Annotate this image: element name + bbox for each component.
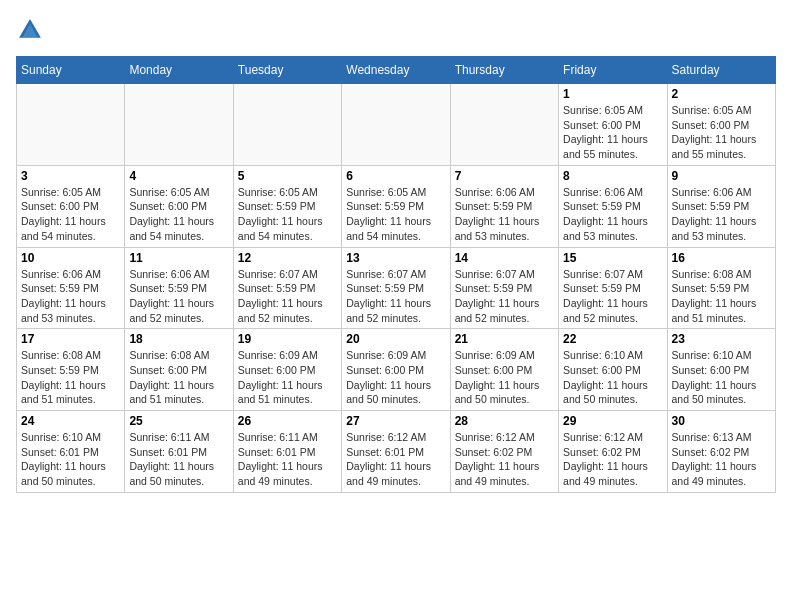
- calendar-cell: [17, 84, 125, 166]
- calendar-cell: 5Sunrise: 6:05 AM Sunset: 5:59 PM Daylig…: [233, 165, 341, 247]
- day-number: 24: [21, 414, 120, 428]
- calendar-cell: 2Sunrise: 6:05 AM Sunset: 6:00 PM Daylig…: [667, 84, 775, 166]
- logo-icon: [16, 16, 44, 44]
- calendar-cell: 6Sunrise: 6:05 AM Sunset: 5:59 PM Daylig…: [342, 165, 450, 247]
- calendar-cell: 8Sunrise: 6:06 AM Sunset: 5:59 PM Daylig…: [559, 165, 667, 247]
- weekday-header: Monday: [125, 57, 233, 84]
- weekday-header: Thursday: [450, 57, 558, 84]
- day-info: Sunrise: 6:08 AM Sunset: 5:59 PM Dayligh…: [21, 348, 120, 407]
- calendar-cell: 10Sunrise: 6:06 AM Sunset: 5:59 PM Dayli…: [17, 247, 125, 329]
- calendar-cell: 15Sunrise: 6:07 AM Sunset: 5:59 PM Dayli…: [559, 247, 667, 329]
- calendar-cell: 23Sunrise: 6:10 AM Sunset: 6:00 PM Dayli…: [667, 329, 775, 411]
- day-info: Sunrise: 6:05 AM Sunset: 5:59 PM Dayligh…: [346, 185, 445, 244]
- day-info: Sunrise: 6:12 AM Sunset: 6:02 PM Dayligh…: [455, 430, 554, 489]
- logo: [16, 16, 48, 44]
- day-number: 9: [672, 169, 771, 183]
- day-number: 7: [455, 169, 554, 183]
- day-info: Sunrise: 6:09 AM Sunset: 6:00 PM Dayligh…: [238, 348, 337, 407]
- weekday-header: Tuesday: [233, 57, 341, 84]
- day-info: Sunrise: 6:09 AM Sunset: 6:00 PM Dayligh…: [455, 348, 554, 407]
- calendar-cell: [233, 84, 341, 166]
- day-number: 10: [21, 251, 120, 265]
- calendar-cell: 7Sunrise: 6:06 AM Sunset: 5:59 PM Daylig…: [450, 165, 558, 247]
- day-info: Sunrise: 6:10 AM Sunset: 6:00 PM Dayligh…: [563, 348, 662, 407]
- calendar-cell: 28Sunrise: 6:12 AM Sunset: 6:02 PM Dayli…: [450, 411, 558, 493]
- calendar-cell: 19Sunrise: 6:09 AM Sunset: 6:00 PM Dayli…: [233, 329, 341, 411]
- day-number: 8: [563, 169, 662, 183]
- day-number: 21: [455, 332, 554, 346]
- day-info: Sunrise: 6:09 AM Sunset: 6:00 PM Dayligh…: [346, 348, 445, 407]
- day-number: 20: [346, 332, 445, 346]
- day-number: 17: [21, 332, 120, 346]
- day-info: Sunrise: 6:08 AM Sunset: 6:00 PM Dayligh…: [129, 348, 228, 407]
- calendar-cell: 20Sunrise: 6:09 AM Sunset: 6:00 PM Dayli…: [342, 329, 450, 411]
- calendar-cell: 17Sunrise: 6:08 AM Sunset: 5:59 PM Dayli…: [17, 329, 125, 411]
- calendar-week-row: 3Sunrise: 6:05 AM Sunset: 6:00 PM Daylig…: [17, 165, 776, 247]
- day-number: 6: [346, 169, 445, 183]
- weekday-header: Saturday: [667, 57, 775, 84]
- day-number: 18: [129, 332, 228, 346]
- day-number: 12: [238, 251, 337, 265]
- day-info: Sunrise: 6:11 AM Sunset: 6:01 PM Dayligh…: [238, 430, 337, 489]
- calendar-cell: 30Sunrise: 6:13 AM Sunset: 6:02 PM Dayli…: [667, 411, 775, 493]
- day-number: 5: [238, 169, 337, 183]
- day-info: Sunrise: 6:08 AM Sunset: 5:59 PM Dayligh…: [672, 267, 771, 326]
- day-number: 1: [563, 87, 662, 101]
- day-info: Sunrise: 6:07 AM Sunset: 5:59 PM Dayligh…: [563, 267, 662, 326]
- calendar-cell: 26Sunrise: 6:11 AM Sunset: 6:01 PM Dayli…: [233, 411, 341, 493]
- day-number: 25: [129, 414, 228, 428]
- day-info: Sunrise: 6:05 AM Sunset: 6:00 PM Dayligh…: [672, 103, 771, 162]
- day-number: 22: [563, 332, 662, 346]
- day-info: Sunrise: 6:13 AM Sunset: 6:02 PM Dayligh…: [672, 430, 771, 489]
- calendar-cell: 4Sunrise: 6:05 AM Sunset: 6:00 PM Daylig…: [125, 165, 233, 247]
- weekday-header: Sunday: [17, 57, 125, 84]
- day-number: 23: [672, 332, 771, 346]
- calendar-cell: [125, 84, 233, 166]
- calendar-week-row: 24Sunrise: 6:10 AM Sunset: 6:01 PM Dayli…: [17, 411, 776, 493]
- day-info: Sunrise: 6:06 AM Sunset: 5:59 PM Dayligh…: [563, 185, 662, 244]
- weekday-header: Wednesday: [342, 57, 450, 84]
- day-info: Sunrise: 6:06 AM Sunset: 5:59 PM Dayligh…: [21, 267, 120, 326]
- calendar-cell: 12Sunrise: 6:07 AM Sunset: 5:59 PM Dayli…: [233, 247, 341, 329]
- day-info: Sunrise: 6:10 AM Sunset: 6:01 PM Dayligh…: [21, 430, 120, 489]
- day-info: Sunrise: 6:12 AM Sunset: 6:01 PM Dayligh…: [346, 430, 445, 489]
- day-info: Sunrise: 6:06 AM Sunset: 5:59 PM Dayligh…: [672, 185, 771, 244]
- day-number: 2: [672, 87, 771, 101]
- day-info: Sunrise: 6:05 AM Sunset: 6:00 PM Dayligh…: [21, 185, 120, 244]
- calendar-cell: 25Sunrise: 6:11 AM Sunset: 6:01 PM Dayli…: [125, 411, 233, 493]
- calendar-cell: 22Sunrise: 6:10 AM Sunset: 6:00 PM Dayli…: [559, 329, 667, 411]
- calendar-cell: 3Sunrise: 6:05 AM Sunset: 6:00 PM Daylig…: [17, 165, 125, 247]
- day-number: 3: [21, 169, 120, 183]
- day-number: 27: [346, 414, 445, 428]
- day-number: 19: [238, 332, 337, 346]
- day-info: Sunrise: 6:12 AM Sunset: 6:02 PM Dayligh…: [563, 430, 662, 489]
- calendar-cell: 9Sunrise: 6:06 AM Sunset: 5:59 PM Daylig…: [667, 165, 775, 247]
- day-info: Sunrise: 6:10 AM Sunset: 6:00 PM Dayligh…: [672, 348, 771, 407]
- day-number: 4: [129, 169, 228, 183]
- page-header: [16, 16, 776, 44]
- calendar-cell: [342, 84, 450, 166]
- day-number: 15: [563, 251, 662, 265]
- calendar-cell: 27Sunrise: 6:12 AM Sunset: 6:01 PM Dayli…: [342, 411, 450, 493]
- calendar-cell: 11Sunrise: 6:06 AM Sunset: 5:59 PM Dayli…: [125, 247, 233, 329]
- weekday-header: Friday: [559, 57, 667, 84]
- day-info: Sunrise: 6:07 AM Sunset: 5:59 PM Dayligh…: [455, 267, 554, 326]
- calendar-cell: 29Sunrise: 6:12 AM Sunset: 6:02 PM Dayli…: [559, 411, 667, 493]
- calendar-week-row: 17Sunrise: 6:08 AM Sunset: 5:59 PM Dayli…: [17, 329, 776, 411]
- day-number: 26: [238, 414, 337, 428]
- calendar-cell: 14Sunrise: 6:07 AM Sunset: 5:59 PM Dayli…: [450, 247, 558, 329]
- calendar-week-row: 10Sunrise: 6:06 AM Sunset: 5:59 PM Dayli…: [17, 247, 776, 329]
- day-number: 28: [455, 414, 554, 428]
- calendar-cell: 21Sunrise: 6:09 AM Sunset: 6:00 PM Dayli…: [450, 329, 558, 411]
- day-number: 13: [346, 251, 445, 265]
- day-number: 14: [455, 251, 554, 265]
- day-info: Sunrise: 6:05 AM Sunset: 6:00 PM Dayligh…: [563, 103, 662, 162]
- day-number: 30: [672, 414, 771, 428]
- calendar-cell: 24Sunrise: 6:10 AM Sunset: 6:01 PM Dayli…: [17, 411, 125, 493]
- day-info: Sunrise: 6:06 AM Sunset: 5:59 PM Dayligh…: [455, 185, 554, 244]
- calendar-cell: 18Sunrise: 6:08 AM Sunset: 6:00 PM Dayli…: [125, 329, 233, 411]
- day-info: Sunrise: 6:07 AM Sunset: 5:59 PM Dayligh…: [346, 267, 445, 326]
- calendar-cell: 1Sunrise: 6:05 AM Sunset: 6:00 PM Daylig…: [559, 84, 667, 166]
- day-info: Sunrise: 6:05 AM Sunset: 5:59 PM Dayligh…: [238, 185, 337, 244]
- day-number: 16: [672, 251, 771, 265]
